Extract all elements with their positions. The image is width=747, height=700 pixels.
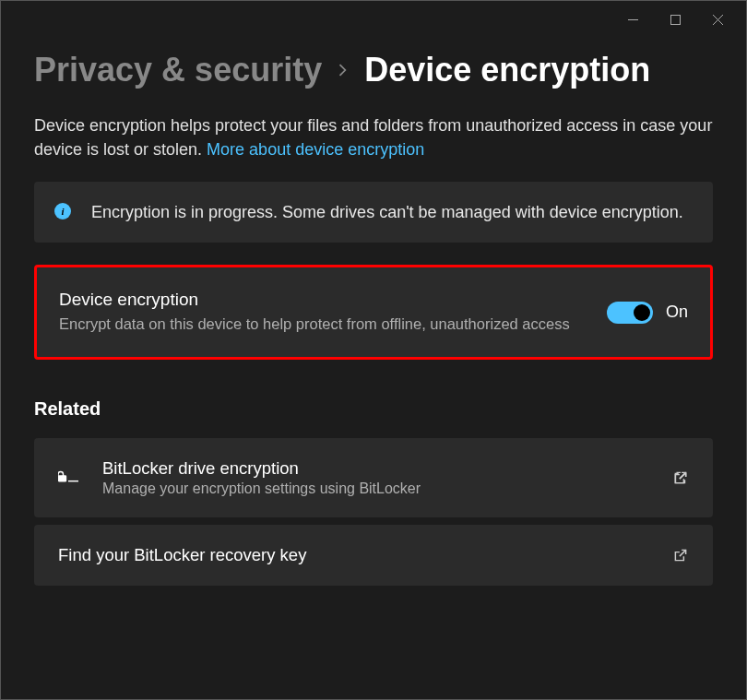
close-button[interactable]: [696, 5, 739, 34]
info-icon: i: [54, 203, 71, 219]
device-encryption-toggle[interactable]: [607, 302, 653, 324]
setting-title: Device encryption: [59, 290, 588, 310]
related-item-description: Manage your encryption settings using Bi…: [102, 481, 648, 497]
learn-more-link[interactable]: More about device encryption: [207, 140, 424, 159]
svg-rect-5: [58, 476, 66, 482]
minimize-icon: [628, 15, 638, 25]
info-banner: i Encryption is in progress. Some drives…: [34, 182, 713, 243]
related-item-title: Find your BitLocker recovery key: [58, 545, 648, 565]
intro-text: Device encryption helps protect your fil…: [34, 113, 713, 161]
related-header: Related: [34, 398, 713, 420]
related-item-title: BitLocker drive encryption: [102, 458, 648, 479]
chevron-right-icon: [337, 64, 350, 77]
info-message: Encryption is in progress. Some drives c…: [91, 200, 683, 224]
toggle-knob: [634, 304, 650, 321]
page-title: Device encryption: [364, 51, 650, 89]
open-external-icon: [672, 547, 689, 564]
maximize-button[interactable]: [654, 5, 696, 34]
bitlocker-drive-encryption-link[interactable]: BitLocker drive encryption Manage your e…: [34, 438, 713, 517]
svg-rect-1: [670, 15, 680, 24]
breadcrumb-parent[interactable]: Privacy & security: [34, 51, 322, 89]
device-encryption-setting: Device encryption Encrypt data on this d…: [34, 265, 713, 360]
setting-description: Encrypt data on this device to help prot…: [59, 314, 588, 335]
minimize-button[interactable]: [611, 5, 654, 34]
breadcrumb: Privacy & security Device encryption: [34, 51, 713, 89]
toggle-state-label: On: [666, 303, 688, 322]
bitlocker-recovery-key-link[interactable]: Find your BitLocker recovery key: [34, 525, 713, 586]
open-external-icon: [672, 469, 689, 486]
maximize-icon: [670, 15, 681, 25]
window-titlebar: [1, 1, 746, 38]
lock-drive-icon: [58, 469, 78, 486]
close-icon: [713, 15, 723, 25]
